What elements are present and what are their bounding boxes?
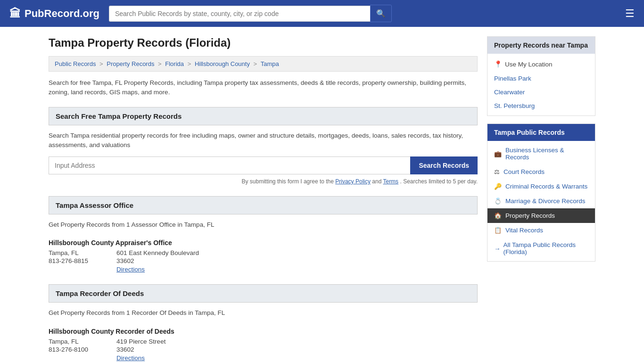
vital-records-label: Vital Records bbox=[505, 227, 543, 234]
public-records-box: Tampa Public Records 💼 Business Licenses… bbox=[487, 123, 595, 262]
site-logo[interactable]: 🏛 PubRecord.org bbox=[9, 7, 99, 20]
site-header: 🏛 PubRecord.org 🔍 ☰ bbox=[0, 0, 644, 27]
sidebar-all-public-records[interactable]: → All Tampa Public Records (Florida) bbox=[487, 238, 595, 259]
breadcrumb-property-records[interactable]: Property Records bbox=[107, 60, 154, 67]
disclaimer-limit: . Searches limited to 5 per day. bbox=[400, 178, 478, 185]
breadcrumb-sep-3: > bbox=[188, 60, 193, 67]
use-my-location[interactable]: 📍 Use My Location bbox=[487, 57, 595, 72]
main-container: Tampa Property Records (Florida) Public … bbox=[39, 27, 605, 362]
terms-link[interactable]: Terms bbox=[383, 178, 398, 185]
disclaimer-and: and bbox=[372, 178, 383, 185]
property-records-label: Property Records bbox=[505, 212, 555, 219]
search-form-description: Search Tampa residential property record… bbox=[49, 131, 478, 150]
recorder-city: Tampa, FL bbox=[49, 338, 88, 345]
recorder-zip: 33602 bbox=[116, 346, 165, 353]
assessor-section: Tampa Assessor Office Get Property Recor… bbox=[49, 196, 478, 273]
breadcrumb-public-records[interactable]: Public Records bbox=[55, 60, 96, 67]
assessor-zip: 33602 bbox=[116, 257, 199, 264]
address-input[interactable] bbox=[49, 156, 410, 174]
recorder-section-header: Tampa Recorder Of Deeds bbox=[49, 284, 478, 303]
logo-icon: 🏛 bbox=[9, 7, 21, 20]
recorder-address: 419 Pierce Street bbox=[116, 338, 165, 345]
assessor-section-header: Tampa Assessor Office bbox=[49, 196, 478, 214]
business-licenses-label: Business Licenses & Records bbox=[505, 147, 588, 161]
location-pin-icon: 📍 bbox=[494, 60, 502, 68]
sidebar-city-pinellas[interactable]: Pinellas Park bbox=[487, 72, 595, 85]
assessor-phone: 813-276-8815 bbox=[49, 257, 88, 264]
sidebar-city-clearwater[interactable]: Clearwater bbox=[487, 85, 595, 99]
search-row: Search Records bbox=[49, 156, 478, 174]
marriage-records-label: Marriage & Divorce Records bbox=[505, 197, 586, 205]
sidebar-records-list: 💼 Business Licenses & Records ⚖ Court Re… bbox=[487, 141, 595, 261]
nearby-box: Property Records near Tampa 📍 Use My Loc… bbox=[487, 36, 595, 116]
sidebar-court-records[interactable]: ⚖ Court Records bbox=[487, 165, 595, 179]
search-form: Search Tampa residential property record… bbox=[49, 131, 478, 185]
recorder-section: Tampa Recorder Of Deeds Get Property Rec… bbox=[49, 284, 478, 361]
ring-icon: 💍 bbox=[494, 197, 502, 205]
search-records-button[interactable]: Search Records bbox=[410, 156, 478, 174]
sidebar-property-records[interactable]: 🏠 Property Records bbox=[487, 208, 595, 223]
sidebar-criminal-records[interactable]: 🔑 Criminal Records & Warrants bbox=[487, 179, 595, 194]
breadcrumb: Public Records > Property Records > Flor… bbox=[49, 56, 478, 72]
recorder-office-right: 419 Pierce Street 33602 Directions bbox=[116, 337, 165, 362]
recorder-office-entry: Hillsborough County Recorder of Deeds Ta… bbox=[49, 328, 478, 362]
breadcrumb-sep-4: > bbox=[254, 60, 259, 67]
form-disclaimer: By submitting this form I agree to the P… bbox=[49, 178, 478, 185]
disclaimer-text: By submitting this form I agree to the bbox=[242, 178, 334, 185]
sidebar-city-stpete[interactable]: St. Petersburg bbox=[487, 99, 595, 113]
recorder-office-left: Tampa, FL 813-276-8100 bbox=[49, 337, 88, 362]
criminal-records-label: Criminal Records & Warrants bbox=[505, 183, 587, 190]
home-icon: 🏠 bbox=[494, 212, 502, 219]
recorder-office-name: Hillsborough County Recorder of Deeds bbox=[49, 328, 478, 335]
assessor-city: Tampa, FL bbox=[49, 249, 88, 256]
nearby-location-list: 📍 Use My Location Pinellas Park Clearwat… bbox=[487, 54, 595, 115]
content-area: Tampa Property Records (Florida) Public … bbox=[49, 36, 478, 362]
breadcrumb-tampa[interactable]: Tampa bbox=[261, 60, 279, 67]
recorder-phone: 813-276-8100 bbox=[49, 346, 88, 353]
nearby-box-header: Property Records near Tampa bbox=[487, 37, 595, 54]
logo-text: PubRecord.org bbox=[25, 8, 99, 20]
assessor-directions-link[interactable]: Directions bbox=[116, 266, 145, 273]
menu-button[interactable]: ☰ bbox=[625, 8, 635, 20]
search-section: Search Free Tampa Property Records Searc… bbox=[49, 107, 478, 185]
court-records-label: Court Records bbox=[504, 168, 545, 175]
arrow-right-icon: → bbox=[494, 245, 501, 252]
scales-icon: ⚖ bbox=[494, 168, 500, 175]
header-search-input[interactable] bbox=[109, 6, 370, 22]
menu-icon: ☰ bbox=[625, 8, 635, 19]
recorder-directions-link[interactable]: Directions bbox=[116, 354, 145, 362]
page-description: Search for free Tampa, FL Property Recor… bbox=[49, 78, 478, 98]
breadcrumb-sep-2: > bbox=[158, 60, 163, 67]
assessor-office-left: Tampa, FL 813-276-8815 bbox=[49, 248, 88, 273]
use-location-label: Use My Location bbox=[505, 61, 553, 68]
sidebar: Property Records near Tampa 📍 Use My Loc… bbox=[487, 36, 595, 362]
sidebar-vital-records[interactable]: 📋 Vital Records bbox=[487, 223, 595, 238]
sidebar-business-licenses[interactable]: 💼 Business Licenses & Records bbox=[487, 143, 595, 165]
all-records-label: All Tampa Public Records (Florida) bbox=[504, 241, 589, 255]
recorder-office-details: Tampa, FL 813-276-8100 419 Pierce Street… bbox=[49, 337, 478, 362]
header-search-button[interactable]: 🔍 bbox=[370, 5, 392, 22]
breadcrumb-hillsborough[interactable]: Hillsborough County bbox=[195, 60, 250, 67]
assessor-office-details: Tampa, FL 813-276-8815 601 East Kennedy … bbox=[49, 248, 478, 273]
recorder-description: Get Property Records from 1 Recorder Of … bbox=[49, 308, 478, 318]
page-title: Tampa Property Records (Florida) bbox=[49, 36, 478, 49]
breadcrumb-sep-1: > bbox=[99, 60, 105, 67]
assessor-office-right: 601 East Kennedy Boulevard 33602 Directi… bbox=[116, 248, 199, 273]
assessor-office-name: Hillsborough County Appraiser's Office bbox=[49, 239, 478, 247]
breadcrumb-florida[interactable]: Florida bbox=[165, 60, 184, 67]
header-search-wrapper: 🔍 bbox=[109, 5, 392, 22]
privacy-policy-link[interactable]: Privacy Policy bbox=[335, 178, 371, 185]
public-records-box-header: Tampa Public Records bbox=[487, 124, 595, 141]
assessor-address: 601 East Kennedy Boulevard bbox=[116, 249, 199, 256]
briefcase-icon: 💼 bbox=[494, 150, 502, 157]
clipboard-icon: 📋 bbox=[494, 227, 502, 234]
search-section-header: Search Free Tampa Property Records bbox=[49, 107, 478, 125]
assessor-office-entry: Hillsborough County Appraiser's Office T… bbox=[49, 239, 478, 273]
key-icon: 🔑 bbox=[494, 183, 502, 190]
search-icon: 🔍 bbox=[376, 9, 386, 17]
assessor-description: Get Property Records from 1 Assessor Off… bbox=[49, 220, 478, 230]
sidebar-marriage-records[interactable]: 💍 Marriage & Divorce Records bbox=[487, 194, 595, 208]
